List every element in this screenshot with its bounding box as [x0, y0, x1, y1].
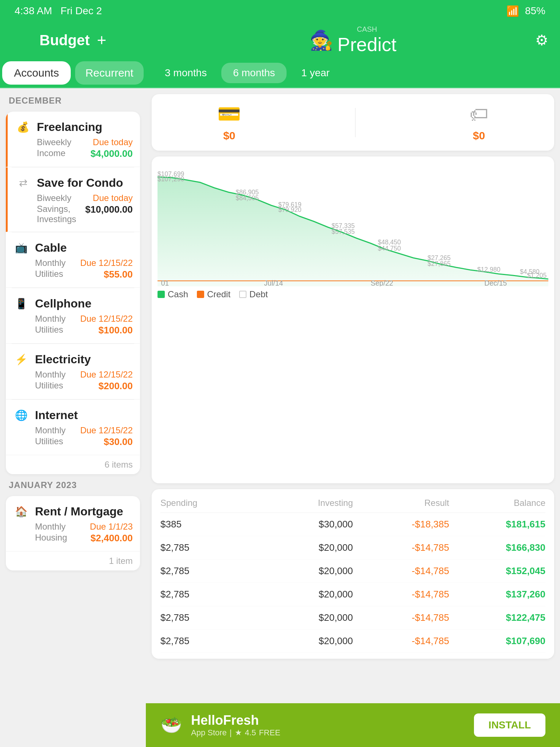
legend-cash-label: Cash: [168, 289, 188, 299]
table-row: $2,785 $20,000 -$14,785 $137,260: [160, 583, 545, 606]
prediction-chart: $107,699 $107,290 $86,905 $84,505 $79,61…: [158, 162, 548, 286]
install-button[interactable]: INSTALL: [474, 713, 545, 737]
list-item[interactable]: ⚡ Electricity Monthly Due 12/15/22 Utili…: [6, 344, 140, 399]
chart-area: $107,699 $107,290 $86,905 $84,505 $79,61…: [158, 162, 548, 286]
x-axis-label: Dec/15: [485, 279, 507, 286]
item-amount: $4,000.00: [90, 148, 133, 159]
item-category: Savings, Investings: [37, 204, 85, 224]
item-due: Due 12/15/22: [80, 369, 133, 380]
status-bar: 4:38 AM Fri Dec 2 📶 85%: [0, 0, 560, 22]
january-card: 🏠 Rent / Mortgage Monthly Due 1/1/23 Hou…: [6, 496, 140, 570]
td-balance: $152,045: [449, 565, 545, 577]
item-name: Freelancing: [37, 120, 102, 134]
td-result: -$14,785: [353, 635, 449, 647]
item-category: Utilities: [35, 269, 63, 280]
item-frequency: Monthly: [35, 314, 66, 324]
list-item[interactable]: 🌐 Internet Monthly Due 12/15/22 Utilitie…: [6, 400, 140, 455]
item-name: Cable: [35, 241, 67, 255]
main-content: DECEMBER 💰 Freelancing Biweekly Due toda…: [0, 88, 560, 718]
td-spending: $2,785: [160, 565, 257, 577]
ad-banner: 🥗 HelloFresh App Store | ★ 4.5 FREE INST…: [146, 703, 560, 747]
budget-header: Budget +: [0, 22, 146, 58]
tab-recurrent[interactable]: Recurrent: [75, 61, 144, 85]
legend-debt-label: Debt: [249, 289, 268, 299]
condo-icon: ⇄: [15, 175, 31, 191]
debt-account: 🏷 $0: [470, 103, 489, 142]
credit-account: 💳 $0: [217, 103, 241, 142]
ad-app-icon: 🥗: [160, 715, 182, 735]
credit-color: [197, 291, 204, 298]
financial-table: Spending Investing Result Balance $385 $…: [152, 489, 554, 659]
list-item[interactable]: 💰 Freelancing Biweekly Due today Income …: [6, 112, 140, 167]
chart-label: $57,535: [332, 228, 355, 235]
electricity-icon: ⚡: [13, 351, 29, 367]
tab-1year[interactable]: 1 year: [289, 63, 341, 83]
legend-debt: Debt: [239, 289, 268, 299]
item-name: Internet: [35, 409, 78, 422]
td-result: -$18,385: [353, 519, 449, 530]
table-row: $385 $30,000 -$18,385 $181,615: [160, 513, 545, 536]
rent-icon: 🏠: [13, 503, 29, 519]
wifi-icon: 📶: [506, 5, 519, 17]
td-balance: $137,260: [449, 589, 545, 600]
table-header: Spending Investing Result Balance: [160, 495, 545, 513]
item-frequency: Biweekly: [37, 137, 71, 147]
td-result: -$14,785: [353, 542, 449, 553]
item-due: Due 12/15/22: [80, 258, 133, 268]
td-investing: $20,000: [257, 565, 353, 577]
left-panel: DECEMBER 💰 Freelancing Biweekly Due toda…: [0, 88, 146, 718]
december-card: 💰 Freelancing Biweekly Due today Income …: [6, 112, 140, 474]
item-due: Due today: [93, 193, 133, 203]
x-axis-label: Sep/22: [371, 279, 393, 286]
tab-3months[interactable]: 3 months: [153, 63, 218, 83]
app-title-area: CASH Predict: [338, 25, 397, 55]
chart-label: $79,920: [278, 206, 302, 213]
table-row: $2,785 $20,000 -$14,785 $166,830: [160, 536, 545, 560]
ad-app-name: HelloFresh: [191, 713, 280, 728]
td-result: -$14,785: [353, 612, 449, 623]
th-balance: Balance: [449, 498, 545, 508]
td-spending: $2,785: [160, 589, 257, 600]
chart-legend: Cash Credit Debt: [158, 286, 548, 302]
list-item[interactable]: 🏠 Rent / Mortgage Monthly Due 1/1/23 Hou…: [6, 496, 140, 551]
left-nav: Accounts Recurrent: [0, 58, 146, 88]
status-time: 4:38 AM Fri Dec 2: [15, 5, 102, 17]
credit-card-icon: 💳: [217, 103, 241, 125]
legend-cash: Cash: [158, 289, 188, 299]
item-frequency: Monthly: [35, 258, 66, 268]
ad-store-label: App Store: [191, 728, 227, 738]
item-category: Utilities: [35, 436, 63, 448]
chart-label: $27,865: [428, 260, 451, 267]
ad-free-label: FREE: [259, 728, 280, 738]
table-row: $2,785 $20,000 -$14,785 $122,475: [160, 606, 545, 630]
th-spending: Spending: [160, 498, 257, 508]
list-item[interactable]: 📺 Cable Monthly Due 12/15/22 Utilities $…: [6, 232, 140, 288]
td-balance: $181,615: [449, 519, 545, 530]
right-nav: 3 months 6 months 1 year: [146, 58, 560, 88]
tab-accounts[interactable]: Accounts: [2, 61, 71, 85]
td-balance: $166,830: [449, 542, 545, 553]
x-axis-label: 01: [161, 279, 169, 286]
item-name: Rent / Mortgage: [35, 505, 123, 518]
item-amount: $30.00: [104, 436, 133, 448]
tab-6months[interactable]: 6 months: [221, 63, 287, 83]
gear-button[interactable]: ⚙: [535, 32, 548, 49]
add-button[interactable]: +: [97, 31, 106, 49]
chart-label: $44,750: [378, 245, 401, 252]
list-item[interactable]: ⇄ Save for Condo Biweekly Due today Savi…: [6, 167, 140, 232]
item-category: Income: [37, 148, 66, 159]
cable-icon: 📺: [13, 240, 29, 256]
td-result: -$14,785: [353, 565, 449, 577]
internet-icon: 🌐: [13, 407, 29, 423]
december-count: 6 items: [6, 455, 140, 474]
item-frequency: Monthly: [35, 369, 66, 380]
chart-label: $12,980: [477, 266, 501, 273]
item-frequency: Monthly: [35, 425, 66, 436]
item-amount: $2,400.00: [90, 533, 133, 544]
item-category: Housing: [35, 533, 67, 544]
chart-label: $1,205: [527, 272, 547, 279]
td-investing: $20,000: [257, 542, 353, 553]
th-result: Result: [353, 498, 449, 508]
item-amount: $55.00: [104, 269, 133, 280]
list-item[interactable]: 📱 Cellphone Monthly Due 12/15/22 Utiliti…: [6, 288, 140, 344]
